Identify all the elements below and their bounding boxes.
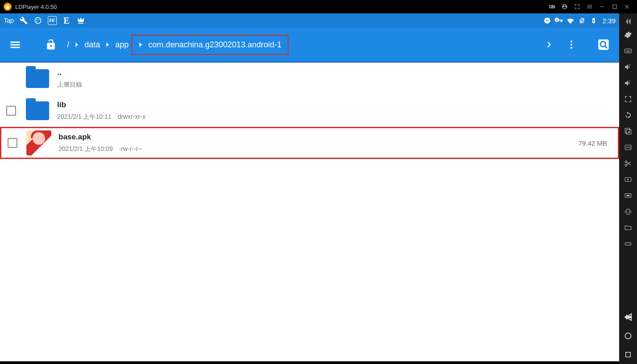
sync-icon[interactable] [619,107,637,123]
svg-point-6 [570,41,572,42]
menu-lines-icon[interactable] [583,2,596,12]
file-name: base.apk [59,133,578,142]
svg-point-1 [36,19,37,20]
window-titlebar: ◉ LDPlayer 4.0.50 [0,0,637,13]
breadcrumb-data[interactable]: data [82,38,103,51]
svg-point-8 [570,47,572,49]
file-sub: 上層目錄 [57,81,82,89]
multi-instance-icon[interactable]: + [619,123,637,139]
crown-icon [76,16,85,25]
hamburger-menu-button[interactable] [6,36,24,54]
file-permissions: -rw-r--r-- [119,145,142,153]
svg-point-31 [626,243,627,244]
file-row-parent[interactable]: .. 上層目錄 [0,63,619,95]
maximize-icon[interactable] [608,2,621,12]
svg-point-33 [629,243,630,244]
app-logo-icon: ◉ [4,3,12,11]
android-status-bar: Tap FF E 2:39 [0,13,619,28]
svg-point-3 [36,21,37,22]
file-manager-toolbar: / data app com.denachina.g23002013.andro… [0,28,619,63]
account-icon[interactable] [558,2,571,12]
chevron-right-icon [104,41,112,49]
collapse-sidebar-button[interactable] [619,16,637,27]
dnd-icon [543,16,552,25]
breadcrumb: / data app com.denachina.g23002013.andro… [64,35,289,55]
svg-rect-13 [627,50,628,51]
wifi-icon [566,16,575,25]
file-name: lib [57,100,613,109]
vpn-key-icon [554,16,563,25]
svg-point-2 [38,19,39,20]
breadcrumb-root[interactable]: / [64,38,72,51]
file-row-lib[interactable]: lib 2021/2/1 上午10:11 drwxr-xr-x [0,95,619,127]
android-back-button[interactable] [619,308,637,326]
file-date: 2021/2/1 上午10:11 [57,113,111,121]
window-title: LDPlayer 4.0.50 [15,4,57,10]
chevron-right-icon [73,41,81,49]
file-date: 2021/2/1 上午10:09 [59,145,113,153]
chevron-right-icon [137,41,145,49]
keyboard-icon[interactable] [619,43,637,59]
android-home-button[interactable] [619,326,637,345]
breadcrumb-forward-button[interactable] [540,35,558,54]
checkbox[interactable] [6,106,16,116]
svg-rect-11 [625,49,632,53]
tap-label: Tap [4,17,14,24]
emulator-screen: Tap FF E 2:39 / dat [0,13,619,364]
svg-rect-5 [545,20,549,21]
record-video-icon[interactable] [619,172,637,188]
svg-rect-29 [627,209,629,214]
apk-icon [26,130,51,155]
folder-icon [25,98,50,123]
shake-icon[interactable] [619,204,637,220]
volume-down-icon[interactable]: − [619,75,637,91]
battery-icon [589,16,598,25]
svg-point-35 [625,333,631,339]
status-clock: 2:39 [603,17,616,25]
volume-up-icon[interactable]: + [619,59,637,75]
svg-rect-15 [630,50,631,51]
gamepad-icon[interactable] [546,2,558,12]
no-sim-icon [578,16,587,25]
file-size: 79.42 MB [578,139,607,147]
checkbox[interactable] [8,138,17,148]
svg-rect-16 [626,51,630,52]
file-permissions: drwxr-xr-x [117,113,145,121]
svg-point-32 [628,243,629,244]
breadcrumb-app[interactable]: app [113,38,131,51]
fullscreen-tool-icon[interactable] [619,91,637,107]
folder-icon [25,66,50,91]
emulator-sidebar: + − + APK [619,13,637,364]
more-tools-icon[interactable] [619,236,637,252]
file-list: .. 上層目錄 lib 2021/2/1 上午10:11 drwxr-xr-x [0,63,619,364]
svg-rect-36 [626,352,631,357]
android-recents-button[interactable] [619,345,637,364]
svg-text:+: + [629,63,631,67]
svg-point-7 [570,44,572,46]
etsy-e-icon: E [62,16,71,25]
operation-record-icon[interactable] [619,188,637,204]
close-icon[interactable] [621,2,633,12]
breadcrumb-current-highlight: com.denachina.g23002013.android-1 [131,35,289,55]
svg-text:+: + [628,130,629,134]
svg-text:APK: APK [626,146,631,149]
screenshot-scissors-icon[interactable] [619,155,637,172]
settings-icon[interactable] [619,27,637,43]
minimize-icon[interactable] [596,2,608,12]
shared-folder-icon[interactable] [619,220,637,236]
search-button[interactable] [594,35,613,54]
palette-icon [34,16,42,25]
lock-open-button[interactable] [42,36,60,54]
svg-rect-12 [626,50,627,51]
svg-rect-14 [629,50,629,51]
svg-rect-28 [626,195,630,197]
overflow-menu-button[interactable] [562,35,581,54]
svg-text:−: − [629,79,631,83]
svg-point-0 [35,17,41,24]
wrench-icon [19,16,28,25]
file-name: .. [57,68,613,77]
fullscreen-icon[interactable] [571,2,583,12]
breadcrumb-current[interactable]: com.denachina.g23002013.android-1 [146,38,284,51]
file-row-base-apk[interactable]: base.apk 2021/2/1 上午10:09 -rw-r--r-- 79.… [0,127,619,159]
apk-install-icon[interactable]: APK [619,139,637,155]
